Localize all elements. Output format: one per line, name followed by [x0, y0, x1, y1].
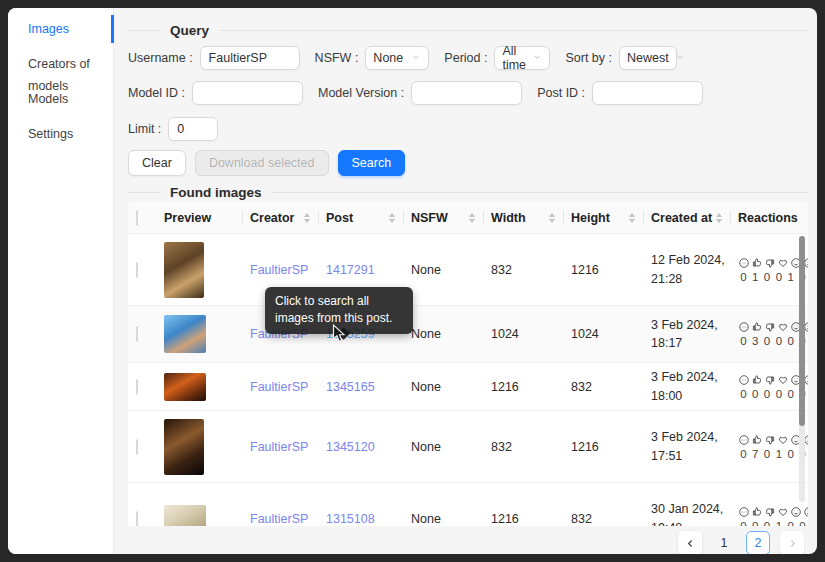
select-all-checkbox[interactable] [136, 210, 138, 226]
preview-thumbnail[interactable] [164, 315, 206, 353]
post-link[interactable]: 1345120 [326, 440, 375, 454]
sort-by-select[interactable]: Newest [619, 46, 677, 70]
search-button[interactable]: Search [338, 150, 406, 176]
created-at-cell: 12 Feb 2024, 21:28 [643, 251, 730, 287]
reaction-count: 0 [762, 520, 773, 527]
creator-link[interactable]: FaultierSP [250, 263, 308, 277]
created-at-cell: 3 Feb 2024, 18:00 [643, 368, 730, 404]
query-form-row-3: Limit : [128, 117, 808, 141]
sad-icon[interactable] [803, 506, 808, 518]
creator-link[interactable]: FaultierSP [250, 512, 308, 526]
column-header-label: NSFW [411, 211, 448, 225]
post-id-input[interactable] [592, 81, 703, 105]
dislike-icon[interactable] [764, 321, 776, 333]
previous-page-button[interactable] [678, 531, 702, 554]
heart-icon[interactable] [777, 374, 789, 386]
username-input[interactable] [200, 46, 300, 70]
dislike-icon[interactable] [764, 257, 776, 269]
results-section-title: Found images [170, 185, 262, 200]
page-button-1[interactable]: 1 [712, 531, 736, 554]
sidebar-item-models[interactable]: Models [8, 88, 113, 110]
heart-icon[interactable] [777, 506, 789, 518]
row-checkbox[interactable] [136, 379, 138, 395]
limit-input[interactable] [168, 117, 218, 141]
laugh-icon[interactable] [738, 434, 750, 446]
nsfw-label: NSFW : [315, 51, 359, 65]
column-header-height[interactable]: Height [563, 202, 643, 234]
column-header-creator[interactable]: Creator [242, 202, 318, 234]
post-link[interactable]: 1345165 [326, 380, 375, 394]
preview-thumbnail[interactable] [164, 419, 204, 475]
table-scrollbar-thumb[interactable] [799, 236, 805, 426]
column-header-width[interactable]: Width [483, 202, 563, 234]
row-checkbox[interactable] [136, 326, 138, 342]
row-checkbox-cell [128, 440, 156, 454]
smile-icon[interactable] [790, 506, 802, 518]
model-id-input[interactable] [192, 81, 303, 105]
main-content: Query Username : NSFW : None Period : Al… [114, 8, 817, 554]
creator-cell: FaultierSP [242, 380, 318, 394]
laugh-icon[interactable] [738, 506, 750, 518]
heart-icon[interactable] [777, 257, 789, 269]
column-header-created-at[interactable]: Created at [643, 202, 730, 234]
sorter-icon [389, 213, 395, 223]
nsfw-select-value: None [373, 51, 403, 65]
creator-link[interactable]: FaultierSP [250, 380, 308, 394]
laugh-icon[interactable] [738, 321, 750, 333]
laugh-icon[interactable] [738, 257, 750, 269]
creator-link[interactable]: FaultierSP [250, 440, 308, 454]
model-version-input[interactable] [411, 81, 522, 105]
table-scrollbar-track[interactable] [799, 236, 805, 502]
row-checkbox-cell [128, 512, 156, 526]
dislike-icon[interactable] [764, 506, 776, 518]
height-cell: 1024 [563, 327, 643, 341]
dislike-icon[interactable] [764, 434, 776, 446]
page-button-2[interactable]: 2 [746, 531, 770, 554]
heart-icon[interactable] [777, 321, 789, 333]
like-icon[interactable] [751, 434, 763, 446]
like-icon[interactable] [751, 257, 763, 269]
nsfw-select[interactable]: None [365, 46, 429, 70]
column-header-post[interactable]: Post [318, 202, 403, 234]
row-checkbox[interactable] [136, 439, 138, 455]
sidebar-item-settings[interactable]: Settings [8, 123, 113, 145]
reaction-count: 0 [750, 520, 761, 527]
sorter-icon [304, 213, 310, 223]
sorter-icon [549, 213, 555, 223]
chevron-down-icon [532, 51, 542, 65]
sidebar-item-creators-of-models[interactable]: Creators of models [8, 53, 113, 75]
row-checkbox[interactable] [136, 511, 138, 527]
preview-thumbnail[interactable] [164, 373, 206, 401]
preview-thumbnail[interactable] [164, 505, 206, 527]
row-checkbox[interactable] [136, 262, 138, 278]
divider-line [272, 192, 808, 193]
laugh-icon[interactable] [738, 374, 750, 386]
column-header-label: Reactions [738, 211, 798, 225]
like-icon[interactable] [751, 321, 763, 333]
column-header-label: Preview [164, 211, 211, 225]
dislike-icon[interactable] [764, 374, 776, 386]
reaction-count: 1 [773, 448, 784, 460]
period-select[interactable]: All time [494, 46, 550, 70]
reaction-icons [738, 374, 808, 386]
post-link[interactable]: 1417291 [326, 263, 375, 277]
heart-icon[interactable] [777, 434, 789, 446]
preview-cell [156, 373, 242, 401]
like-icon[interactable] [751, 374, 763, 386]
reactions-cell: 010010 [730, 257, 808, 283]
like-icon[interactable] [751, 506, 763, 518]
column-header-label: Width [491, 211, 526, 225]
table-row: FaultierSP1345120None83212163 Feb 2024, … [128, 411, 808, 483]
query-actions: Clear Download selected Search [128, 150, 808, 176]
reactions-cell: 070100 [730, 434, 808, 460]
caret-up-icon [549, 213, 555, 217]
reaction-icons [738, 321, 808, 333]
preview-thumbnail[interactable] [164, 242, 204, 298]
sidebar-item-images[interactable]: Images [8, 18, 113, 40]
caret-down-icon [389, 219, 395, 223]
caret-up-icon [389, 213, 395, 217]
clear-button[interactable]: Clear [128, 150, 186, 176]
column-header-nsfw[interactable]: NSFW [403, 202, 483, 234]
results-section-divider: Found images [128, 184, 808, 200]
post-link[interactable]: 1315108 [326, 512, 375, 526]
